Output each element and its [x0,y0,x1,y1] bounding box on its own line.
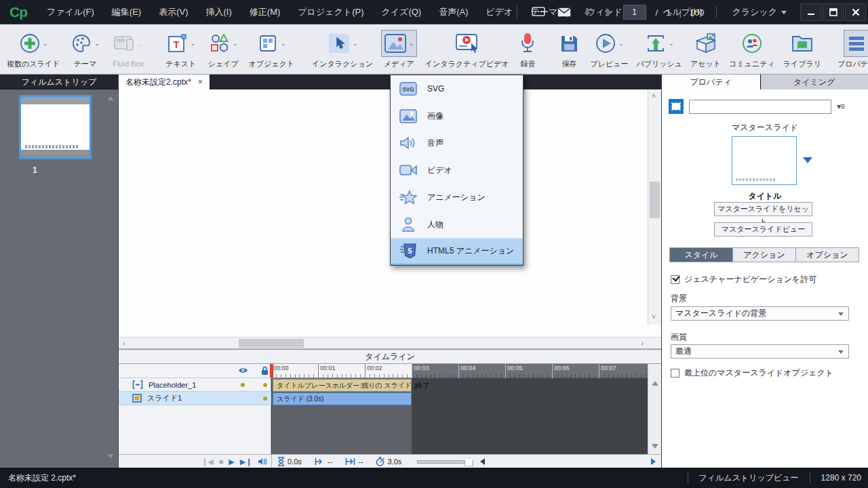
media-menu-animation[interactable]: アニメーション [391,184,523,211]
reset-master-slide-button[interactable]: マスタースライドをリセット [714,202,812,216]
menu-view[interactable]: 表示(V) [150,0,197,24]
menu-edit[interactable]: 編集(E) [103,0,150,24]
comment-icon[interactable] [532,7,545,18]
media-menu-image[interactable]: 画像 [391,102,523,129]
footer-divider [271,455,272,468]
toolbar-community-button[interactable]: コミュニティ [726,28,778,70]
slide-1-thumbnail[interactable] [19,95,92,159]
master-slide-view-button[interactable]: マスタースライドビュー [714,222,812,237]
toolbar-add-slides-button[interactable]: ⌄ 複数のスライド [4,28,62,70]
document-close-icon[interactable]: × [198,75,203,89]
gesture-navigation-checkbox[interactable] [671,275,679,284]
next-slide-arrow-icon[interactable] [604,7,612,17]
lock-dot[interactable] [263,383,267,387]
zoom-level[interactable]: 100 [690,7,705,18]
stop-button[interactable]: ■ [219,458,224,466]
toolbar-publish-button[interactable]: ⌄ パブリッシュ [634,28,686,70]
pan-left-icon[interactable] [480,458,485,465]
toolbar-objects-button[interactable]: ⌄ オブジェクト [245,28,297,70]
mail-icon[interactable] [557,7,571,17]
scroll-up-icon[interactable]: ˄ [652,92,656,100]
status-view-mode[interactable]: フィルムストリップビュー [699,472,799,484]
media-menu-video[interactable]: ビデオ [391,157,523,184]
media-menu-audio[interactable]: 音声 [391,129,523,157]
panel-menu-icon[interactable]: ▾≡ [837,102,844,111]
playhead-handle[interactable] [270,364,273,378]
media-icon [384,33,407,54]
workspace-selector[interactable]: クラシック [732,6,787,18]
timeline-zoom-slider[interactable] [417,460,473,464]
timeline-scroll-down-icon[interactable] [652,444,658,449]
document-tab-title: 名称未設定2.cptx* [125,75,191,89]
canvas-horizontal-scrollbar[interactable]: ‹ › [119,337,661,349]
audio-mute-button[interactable] [258,458,267,466]
toolbar-save-button[interactable]: 保存 [553,28,585,70]
menu-modify[interactable]: 修正(M) [241,0,290,24]
toolbar-text-button[interactable]: T⌄ テキスト [161,28,201,70]
scroll-down-icon[interactable]: ˅ [652,313,656,321]
scroll-right-icon[interactable]: › [641,339,644,347]
end-marker-label: 終了 [415,381,430,391]
timeline-track-area[interactable]: 00:00 00:01 00:02 00:03 00:04 00:05 00:0… [271,364,648,454]
close-button[interactable] [845,3,866,21]
media-menu-svg[interactable]: SVG SVG [391,75,523,102]
menu-file[interactable]: ファイル(F) [38,0,103,24]
toolbar-assets-button[interactable]: アセット [688,28,724,70]
slide-timeline-bar[interactable]: スライド (3.0s) [273,392,412,405]
go-to-start-button[interactable]: ❙◀ [201,458,214,466]
lock-dot[interactable] [263,396,267,401]
subtab-actions[interactable]: アクション [732,248,795,262]
vertical-scroll-thumb[interactable] [650,182,660,218]
timeline-scroll-up-icon[interactable] [652,381,658,386]
maximize-button[interactable] [823,3,844,21]
master-slide-thumbnail[interactable] [732,136,797,185]
media-menu-html5-animation[interactable]: 5 HTML5 アニメーション [391,238,523,265]
filmstrip-scroll-up-icon[interactable] [107,96,114,100]
tab-timing[interactable]: タイミング [760,75,868,89]
toolbar-shapes-button[interactable]: ⌄ シェイプ [203,28,243,70]
previous-slide-arrow-icon[interactable] [583,7,591,17]
menu-audio[interactable]: 音声(A) [430,0,477,24]
slide-name-input[interactable] [689,100,831,114]
toolbar-interactive-video-button[interactable]: インタラクティブビデオ [422,28,512,70]
timeline-title-bar[interactable]: タイムライン [119,349,661,364]
placeholder-timeline-bar[interactable]: タイトルプレースホルダー:残りの スライドで表示 [273,379,412,392]
toolbar-properties-button[interactable]: プロパティ [835,28,868,70]
chevron-down-icon: ⌄ [409,40,414,47]
subtab-options[interactable]: オプション [795,248,859,262]
pan-right-icon[interactable] [651,458,656,465]
lock-icon[interactable] [261,366,269,375]
master-slide-dropdown-icon[interactable] [803,157,812,163]
minimize-button[interactable] [800,3,821,21]
filmstrip-scroll-down-icon[interactable] [107,454,114,458]
menu-insert[interactable]: 挿入(I) [197,0,241,24]
media-menu-character[interactable]: 人物 [391,211,523,238]
menu-quiz[interactable]: クイズ(Q) [372,0,430,24]
canvas-vertical-scrollbar[interactable]: ˄ ˅ [648,89,661,325]
menu-project[interactable]: プロジェクト(P) [289,0,372,24]
visibility-dot[interactable] [241,383,245,387]
subtab-style[interactable]: スタイル [670,248,732,262]
background-select[interactable]: マスタースライドの背景 [671,306,849,321]
timeline-row-slide[interactable]: スライド1 [119,392,271,405]
visibility-eye-icon[interactable] [238,367,248,374]
document-tab[interactable]: 名称未設定2.cptx* × [119,75,210,89]
zoom-slider-thumb[interactable] [465,458,473,466]
slide-number-input[interactable]: 1 [623,5,646,20]
toolbar-themes-button[interactable]: ⌄ テーマ [65,28,105,70]
play-button[interactable]: ▶ [229,458,234,466]
quality-select[interactable]: 最適 [671,344,849,359]
toolbar-interactions-button[interactable]: ⌄ インタラクション [309,28,376,70]
top-objects-checkbox[interactable] [671,369,679,378]
toolbar-preview-button[interactable]: ⌄ プレビュー [587,28,631,70]
scroll-left-icon[interactable]: ‹ [123,339,125,347]
character-icon [399,217,417,232]
toolbar-record-button[interactable]: 録音 [514,28,541,70]
timeline-row-placeholder[interactable]: Placeholder_1 [119,378,271,392]
tab-properties[interactable]: プロパティ [662,75,760,89]
timeline-ruler[interactable]: 00:00 00:01 00:02 00:03 00:04 00:05 00:0… [271,364,648,378]
toolbar-library-button[interactable]: ライブラリ [781,28,824,70]
horizontal-scroll-thumb[interactable] [239,339,304,348]
go-to-end-button[interactable]: ▶❙ [240,458,252,466]
toolbar-media-button[interactable]: ⌄ メディア [378,28,420,70]
